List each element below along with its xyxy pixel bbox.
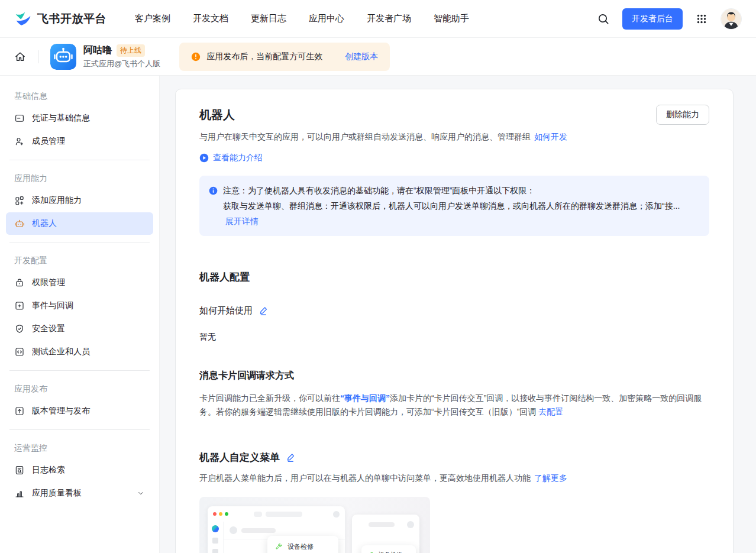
developer-console-button[interactable]: 开发者后台 <box>622 8 683 30</box>
bot-config-title: 机器人配置 <box>199 270 709 284</box>
notice-line-1: 注意：为了使机器人具有收发消息的基础功能，请在“权限管理”面板中开通以下权限： <box>223 183 700 198</box>
sidebar-section-capabilities: 应用能力 <box>0 167 159 189</box>
event-callback-icon <box>14 300 25 311</box>
menu-popup: 设备检修 店铺形象 <box>361 545 416 553</box>
placeholder <box>333 511 340 518</box>
nav-developer-plaza[interactable]: 开发者广场 <box>367 13 411 24</box>
nav-changelog[interactable]: 更新日志 <box>251 13 286 24</box>
release-icon <box>14 406 25 416</box>
placeholder <box>266 512 302 517</box>
bot-capability-card: 机器人 删除能力 与用户在聊天中交互的应用，可以向用户或群组自动发送消息、响应用… <box>175 89 734 553</box>
top-navigation: 飞书开放平台 客户案例 开发文档 更新日志 应用中心 开发者广场 智能助手 开发… <box>0 0 756 38</box>
credential-icon <box>14 113 25 124</box>
expand-details-link[interactable]: 展开详情 <box>225 216 259 226</box>
app-name: 阿咕噜 <box>83 44 112 57</box>
status-badge: 待上线 <box>117 44 145 57</box>
nav-ai-assistant[interactable]: 智能助手 <box>434 13 469 24</box>
divider <box>38 50 38 63</box>
traffic-light-yellow <box>219 512 222 516</box>
pencil-icon <box>259 306 269 316</box>
custom-menu-desc: 开启机器人菜单能力后，用户可以在与机器人的单聊中访问菜单，更高效地使用机器人功能… <box>199 473 709 484</box>
wrench-icon <box>367 551 375 553</box>
mini-feishu-logo <box>212 525 219 532</box>
how-to-start-value: 暂无 <box>199 332 709 342</box>
sidebar-section-basic-info: 基础信息 <box>0 85 159 106</box>
apps-grid-icon[interactable] <box>696 13 707 25</box>
sidebar-section-release: 应用发布 <box>0 378 159 399</box>
permission-notice: 注意：为了使机器人具有收发消息的基础功能，请在“权限管理”面板中开通以下权限： … <box>199 176 709 236</box>
app-subtitle: 正式应用@飞书个人版 <box>83 59 160 69</box>
placeholder <box>230 526 237 534</box>
placeholder <box>212 538 218 544</box>
brand-name: 飞书开放平台 <box>37 11 106 27</box>
sidebar-item-version-release[interactable]: 版本管理与发布 <box>6 400 153 422</box>
card-callback-title: 消息卡片回调请求方式 <box>199 370 709 382</box>
log-search-icon <box>14 465 25 476</box>
chevron-down-icon <box>137 489 145 497</box>
robot-icon <box>14 218 25 229</box>
learn-more-link[interactable]: 了解更多 <box>534 473 567 483</box>
sidebar-item-test-company[interactable]: 测试企业和人员 <box>6 341 153 363</box>
nav-app-center[interactable]: 应用中心 <box>309 13 344 24</box>
play-circle-icon <box>199 153 209 163</box>
placeholder <box>407 521 414 528</box>
bar-chart-icon <box>14 488 25 499</box>
delete-capability-button[interactable]: 删除能力 <box>656 105 709 125</box>
sidebar-item-quality-dashboard[interactable]: 应用质量看板 <box>6 482 153 505</box>
placeholder <box>369 522 395 527</box>
card-callback-text: 卡片回调能力已全新升级，你可以前往“事件与回调”添加卡片的“卡片回传交互”回调，… <box>199 392 709 419</box>
menu-popup: 设备检修 店铺形象 <box>267 536 338 553</box>
sidebar-item-bot[interactable]: 机器人 <box>6 212 153 235</box>
sidebar: 基础信息 凭证与基础信息 成员管理 应用能力 添加应用能力 <box>0 76 160 553</box>
sidebar-section-dev-config: 开发配置 <box>0 250 159 271</box>
main-nav: 客户案例 开发文档 更新日志 应用中心 开发者广场 智能助手 <box>135 13 469 24</box>
placeholder <box>254 512 262 517</box>
traffic-light-green <box>225 512 228 516</box>
divider <box>9 242 150 242</box>
app-icon <box>50 44 76 70</box>
feishu-logo-icon <box>14 10 32 28</box>
events-callback-link[interactable]: “事件与回调” <box>340 393 390 403</box>
nav-customer-cases[interactable]: 客户案例 <box>135 13 170 24</box>
how-to-develop-link[interactable]: 如何开发 <box>534 132 567 141</box>
custom-menu-title: 机器人自定义菜单 <box>199 451 280 464</box>
app-header: 阿咕噜 待上线 正式应用@飞书个人版 应用发布后，当前配置方可生效 创建版本 <box>0 38 756 76</box>
divider <box>9 160 150 160</box>
lock-icon <box>14 277 25 288</box>
sidebar-item-log-search[interactable]: 日志检索 <box>6 459 153 481</box>
brand[interactable]: 飞书开放平台 <box>14 10 106 28</box>
sidebar-section-monitoring: 运营监控 <box>0 437 159 458</box>
sidebar-item-add-capability[interactable]: 添加应用能力 <box>6 189 153 212</box>
shield-check-icon <box>14 324 25 334</box>
sidebar-item-events[interactable]: 事件与回调 <box>6 295 153 317</box>
menu-item-device-repair: 设备检修 <box>367 551 410 553</box>
notice-line-2: 获取与发送单聊、群组消息：开通该权限后，机器人可以向用户发送单聊消息，或向机器人… <box>223 198 700 229</box>
home-icon[interactable] <box>14 51 26 63</box>
sidebar-item-security[interactable]: 安全设置 <box>6 318 153 340</box>
user-avatar[interactable] <box>721 8 742 30</box>
publish-banner: 应用发布后，当前配置方可生效 创建版本 <box>179 43 390 71</box>
view-intro-link[interactable]: 查看能力介绍 <box>213 153 263 163</box>
search-icon[interactable] <box>597 13 609 25</box>
info-icon <box>209 186 218 229</box>
capability-description: 与用户在聊天中交互的应用，可以向用户或群组自动发送消息、响应用户的消息、管理群组… <box>199 132 709 143</box>
mobile-mock-window: 设备检修 店铺形象 <box>352 515 419 553</box>
banner-text: 应用发布后，当前配置方可生效 <box>206 51 322 62</box>
divider <box>9 370 150 371</box>
sidebar-item-credentials[interactable]: 凭证与基础信息 <box>6 107 153 130</box>
sidebar-item-permissions[interactable]: 权限管理 <box>6 271 153 294</box>
sidebar-item-members[interactable]: 成员管理 <box>6 130 153 153</box>
nav-dev-docs[interactable]: 开发文档 <box>193 13 228 24</box>
pencil-icon <box>286 452 296 463</box>
edit-how-to-start-button[interactable] <box>259 306 269 316</box>
add-capability-icon <box>14 195 25 206</box>
traffic-light-red <box>213 512 217 516</box>
main-content: 机器人 删除能力 与用户在聊天中交互的应用，可以向用户或群组自动发送消息、响应用… <box>160 76 756 553</box>
divider <box>9 429 150 430</box>
go-configure-link[interactable]: 去配置 <box>538 407 563 416</box>
create-version-link[interactable]: 创建版本 <box>345 51 378 62</box>
warning-icon <box>191 52 201 62</box>
how-to-start-label: 如何开始使用 <box>199 305 253 316</box>
edit-custom-menu-button[interactable] <box>286 452 296 463</box>
placeholder <box>212 549 218 553</box>
